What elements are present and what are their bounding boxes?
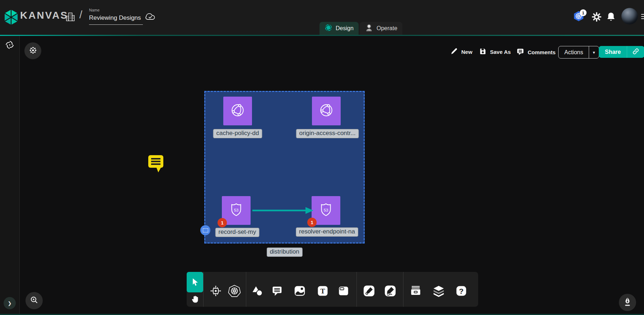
shapes-tool[interactable] (250, 284, 265, 298)
edge-pen-tool[interactable] (362, 284, 376, 298)
copy-link-button[interactable] (627, 46, 644, 58)
layers-tool[interactable] (431, 284, 446, 298)
text-tool[interactable]: T (316, 284, 330, 298)
brand-name: KANVAS (20, 10, 68, 21)
kubernetes-count-badge: 1 (580, 9, 587, 16)
pencil-icon (450, 47, 458, 56)
dock-flower-button[interactable] (24, 42, 41, 59)
expand-sidebar-button[interactable]: ❯ (4, 297, 16, 309)
node-label[interactable]: cache-policy-dd (213, 129, 262, 138)
comment-tool[interactable] (270, 284, 285, 298)
save-as-button-label: Save As (490, 49, 511, 55)
link-icon (632, 48, 639, 56)
share-split-button: Share (599, 46, 644, 58)
route53-shield-icon: 53 (317, 201, 335, 220)
node-label[interactable]: record-set-my (215, 228, 260, 237)
text-tool-glyph: T (320, 287, 325, 295)
pen-mode-button[interactable] (619, 294, 636, 311)
kubernetes-tool[interactable] (227, 284, 242, 298)
tab-operate[interactable]: Operate (360, 22, 402, 35)
design-name-label: Name (89, 8, 143, 12)
group-select-handle[interactable] (200, 225, 210, 235)
canvas-comment-marker[interactable] (148, 155, 164, 175)
help-tool[interactable]: ? (454, 284, 468, 298)
frame-tool[interactable] (336, 284, 351, 298)
pan-tool-button[interactable] (187, 292, 203, 307)
edge-arrow[interactable] (251, 205, 315, 217)
design-name-input[interactable] (89, 14, 143, 25)
distribution-group[interactable]: cache-policy-dd origin-access-contr... (204, 91, 365, 244)
actions-button[interactable]: Actions (559, 46, 589, 58)
header-accent-line (0, 35, 644, 36)
cloudfront-globe-icon (317, 101, 335, 121)
settings-gear-icon[interactable] (592, 12, 602, 23)
menu-icon[interactable] (641, 13, 644, 20)
actions-dropdown-toggle[interactable]: ▾ (589, 46, 598, 58)
left-sidebar: ❯ (0, 36, 20, 315)
tab-operate-label: Operate (377, 25, 397, 32)
group-label[interactable]: distribution (266, 247, 302, 257)
node-label[interactable]: origin-access-contr... (296, 129, 359, 138)
cloudfront-globe-icon (229, 101, 247, 121)
comments-button-label: Comments (528, 49, 556, 55)
operator-headset-icon (365, 23, 373, 33)
pen-nib-icon (623, 297, 632, 308)
design-name-field: Name (89, 8, 143, 25)
freehand-pencil-tool[interactable] (383, 284, 397, 298)
tab-design[interactable]: Design (319, 22, 359, 35)
route53-number: 53 (324, 208, 328, 212)
chevron-right-icon: ❯ (8, 301, 12, 306)
save-as-button[interactable]: Save As (479, 47, 511, 56)
meshery-pinwheel-icon[interactable] (5, 40, 14, 51)
bottom-toolbar: T (187, 272, 478, 307)
tab-design-label: Design (336, 25, 354, 32)
actions-split-button: Actions ▾ (558, 46, 599, 59)
drawer-tool[interactable] (409, 284, 423, 298)
kanvas-app: KANVAS / Name (0, 0, 644, 315)
caret-down-icon: ▾ (593, 50, 595, 55)
app-header: KANVAS / Name (0, 0, 644, 35)
share-button[interactable]: Share (599, 46, 627, 58)
user-avatar[interactable] (621, 8, 638, 24)
new-button-label: New (461, 49, 472, 55)
breadcrumb-separator: / (79, 9, 82, 21)
help-glyph: ? (459, 287, 464, 295)
select-tool-button[interactable] (187, 272, 203, 292)
route53-number: 53 (234, 208, 239, 212)
toolbar-divider (246, 272, 246, 307)
toolbar-divider (356, 272, 357, 307)
components-chip-tool[interactable] (209, 284, 223, 298)
image-tool[interactable] (293, 284, 307, 298)
notifications-bell-icon[interactable] (606, 12, 616, 23)
node-label[interactable]: resolver-endpoint-na (296, 227, 358, 237)
toolbar-divider (203, 272, 204, 307)
save-floppy-icon (479, 47, 487, 56)
node-cache-policy[interactable] (223, 97, 252, 125)
comments-button[interactable]: Comments (516, 47, 556, 57)
zoom-in-button[interactable] (25, 292, 43, 309)
cursor-arrow-icon (191, 277, 199, 287)
comment-bubble-icon (516, 47, 524, 57)
meshery-swirl-icon (325, 24, 332, 33)
hand-icon (191, 295, 199, 305)
new-button[interactable]: New (450, 47, 472, 56)
node-origin-access[interactable] (312, 97, 341, 125)
route53-shield-icon: 53 (227, 201, 245, 220)
cloud-saved-icon (144, 11, 156, 23)
flower-dots-icon (29, 46, 37, 56)
issue-badge[interactable]: 1 (307, 218, 317, 227)
kanvas-logo-icon[interactable] (4, 9, 18, 27)
issue-badge[interactable]: 1 (218, 218, 227, 227)
toolbar-divider (403, 272, 403, 307)
organization-icon[interactable] (65, 11, 76, 24)
magnifier-plus-icon (30, 296, 38, 306)
